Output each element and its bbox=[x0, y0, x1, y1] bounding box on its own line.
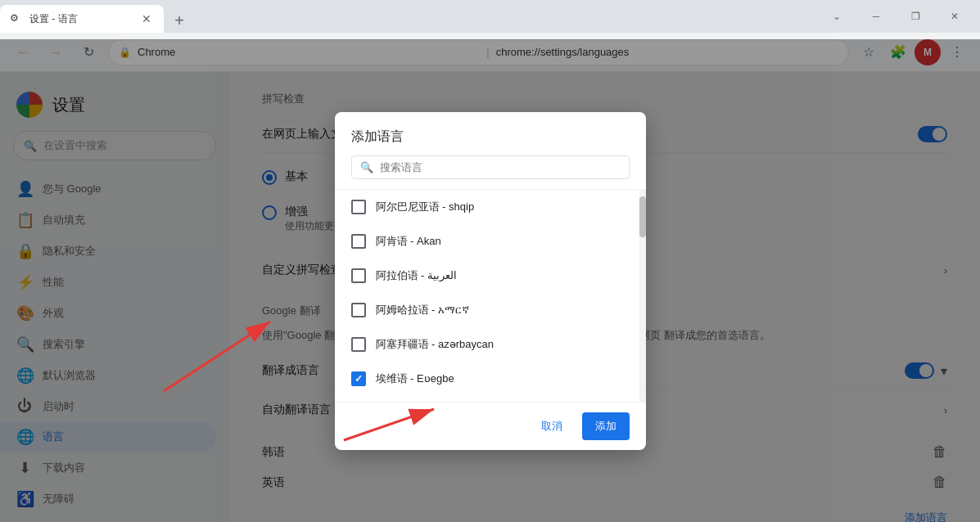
checkbox-azerbaijani[interactable] bbox=[351, 337, 366, 352]
checkbox-akan[interactable] bbox=[351, 234, 366, 249]
active-tab[interactable]: ⚙ 设置 - 语言 ✕ bbox=[0, 5, 164, 33]
lang-item-azerbaijani[interactable]: 阿塞拜疆语 - azərbaycan bbox=[335, 327, 646, 362]
lang-item-irish[interactable]: 爱尔兰语 - Gaeilge bbox=[335, 396, 646, 402]
dialog-overlay: 添加语言 🔍 阿尔巴尼亚语 - shqip 阿肯语 - A bbox=[0, 72, 980, 522]
chevron-button[interactable]: ⌄ bbox=[818, 0, 856, 33]
dialog-search-bar[interactable]: 🔍 bbox=[351, 155, 630, 179]
lang-ewe-label: 埃维语 - Eʋegbe bbox=[376, 371, 454, 386]
checkbox-albanian[interactable] bbox=[351, 200, 366, 214]
lang-arabic-label: 阿拉伯语 - العربية bbox=[376, 268, 458, 283]
svg-line-2 bbox=[164, 322, 270, 391]
minimize-button[interactable]: ─ bbox=[857, 0, 895, 33]
checkbox-amharic[interactable] bbox=[351, 303, 366, 317]
dialog-search-input[interactable] bbox=[380, 161, 621, 173]
lang-item-arabic[interactable]: 阿拉伯语 - العربية bbox=[335, 259, 646, 293]
lang-amharic-label: 阿姆哈拉语 - አማርኛ bbox=[376, 303, 470, 317]
dialog-scrollbar[interactable] bbox=[639, 190, 646, 402]
tab-title: 设置 - 语言 bbox=[29, 12, 133, 26]
lang-azerbaijani-label: 阿塞拜疆语 - azərbaycan bbox=[376, 337, 495, 352]
tab-bar: ⚙ 设置 - 语言 ✕ + ⌄ ─ ❐ ✕ bbox=[0, 0, 980, 33]
new-tab-button[interactable]: + bbox=[167, 8, 192, 33]
tab-favicon: ⚙ bbox=[10, 12, 23, 25]
dialog-language-list: 阿尔巴尼亚语 - shqip 阿肯语 - Akan 阿拉伯语 - العربية bbox=[335, 189, 646, 402]
lang-item-ewe[interactable]: 埃维语 - Eʋegbe bbox=[335, 362, 646, 396]
dialog-scrollbar-thumb bbox=[639, 196, 646, 237]
lang-item-albanian[interactable]: 阿尔巴尼亚语 - shqip bbox=[335, 190, 646, 224]
dialog-footer: 取消 添加 bbox=[335, 402, 646, 450]
dialog-search-icon: 🔍 bbox=[360, 161, 373, 173]
browser-frame: ⚙ 设置 - 语言 ✕ + ⌄ ─ ❐ ✕ ← → ↻ 🔒 Chrome | c… bbox=[0, 0, 980, 522]
close-button[interactable]: ✕ bbox=[936, 0, 973, 33]
checkbox-ewe[interactable] bbox=[351, 371, 366, 386]
window-controls: ⌄ ─ ❐ ✕ bbox=[811, 0, 980, 33]
maximize-button[interactable]: ❐ bbox=[896, 0, 934, 33]
main-area: 设置 🔍 在设置中搜索 👤 您与 Google 📋 自动填充 🔒 隐私和安全 ⚡… bbox=[0, 72, 980, 522]
dialog-header: 添加语言 🔍 bbox=[335, 112, 646, 189]
tab-close-button[interactable]: ✕ bbox=[139, 11, 154, 26]
lang-albanian-label: 阿尔巴尼亚语 - shqip bbox=[376, 200, 475, 214]
lang-item-akan[interactable]: 阿肯语 - Akan bbox=[335, 224, 646, 259]
lang-item-amharic[interactable]: 阿姆哈拉语 - አማርኛ bbox=[335, 293, 646, 327]
checkbox-arabic[interactable] bbox=[351, 268, 366, 283]
dialog-title: 添加语言 bbox=[351, 128, 630, 146]
lang-akan-label: 阿肯语 - Akan bbox=[376, 234, 441, 249]
add-language-dialog: 添加语言 🔍 阿尔巴尼亚语 - shqip 阿肯语 - A bbox=[335, 112, 646, 450]
cancel-button[interactable]: 取消 bbox=[528, 412, 576, 440]
add-button[interactable]: 添加 bbox=[582, 412, 630, 440]
